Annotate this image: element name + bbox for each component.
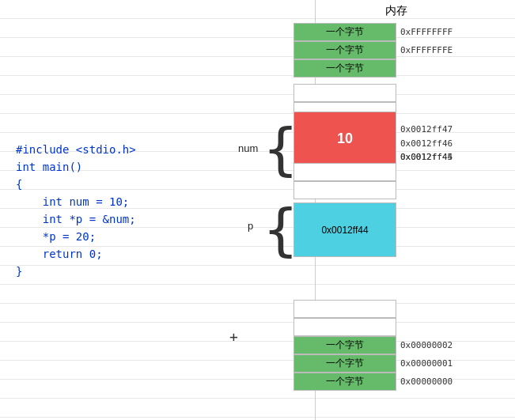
mem-row-empty-4	[293, 181, 499, 199]
mem-row-empty-5	[293, 300, 499, 318]
mem-row-bot-3: 一个字节 0x00000000	[293, 373, 499, 391]
code-line-1: #include <stdio.h>	[16, 141, 229, 158]
code-line-2: int main()	[16, 158, 229, 176]
num-label: num	[238, 142, 258, 154]
gap-3	[293, 257, 499, 263]
mem-addr-num-3: 0x0012ff44	[400, 152, 453, 162]
mem-cell-bot-3: 一个字节	[293, 373, 396, 391]
code-line-5: int *p = &num;	[16, 210, 229, 228]
code-line-3: {	[16, 176, 229, 193]
mem-cell-top-2: 一个字节	[293, 41, 396, 59]
code-line-7: return 0;	[16, 245, 229, 263]
p-label: p	[248, 220, 253, 232]
mem-addr-top-2: 0xFFFFFFFE	[400, 45, 453, 55]
crosshair-icon: +	[229, 328, 238, 345]
mem-addr-bot-3: 0x00000000	[400, 376, 453, 387]
memory-diagram: 内存 一个字节 0xFFFFFFFF 一个字节 0xFFFFFFFE 一个字节 …	[293, 4, 499, 391]
mem-row-p: 0x0012ff44 { p	[293, 202, 499, 257]
mem-row-empty-6	[293, 318, 499, 336]
mem-cell-empty-6	[293, 318, 396, 336]
mem-cell-num-value: 10	[293, 112, 396, 166]
mem-cell-empty-4	[293, 181, 396, 199]
mem-cell-top-1: 一个字节	[293, 23, 396, 41]
memory-panel: 内存 一个字节 0xFFFFFFFF 一个字节 0xFFFFFFFE 一个字节 …	[246, 0, 515, 420]
mem-row-top-1: 一个字节 0xFFFFFFFF	[293, 23, 499, 41]
mem-addr-bot-1: 0x00000002	[400, 340, 453, 350]
mem-cell-p-value: 0x0012ff44	[293, 202, 396, 257]
mem-cell-empty-3	[293, 163, 396, 181]
mem-row-top-3: 一个字节	[293, 59, 499, 78]
mem-addr-num-0: 0x0012ff47	[400, 124, 453, 134]
memory-title: 内存	[293, 4, 499, 20]
mem-addr-num-1: 0x0012ff46	[400, 138, 453, 149]
mem-cell-bot-2: 一个字节	[293, 354, 396, 373]
mem-addr-bot-2: 0x00000001	[400, 358, 453, 369]
mem-cell-bot-1: 一个字节	[293, 336, 396, 354]
mem-row-empty-3	[293, 163, 499, 181]
gap-1	[293, 78, 499, 84]
code-line-8: }	[16, 263, 229, 280]
num-brace-icon: {	[263, 120, 297, 177]
mem-row-bot-1: 一个字节 0x00000002	[293, 336, 499, 354]
mem-addr-top-1: 0xFFFFFFFF	[400, 27, 453, 37]
mem-row-bot-2: 一个字节 0x00000001	[293, 354, 499, 373]
mem-cell-empty-1	[293, 84, 396, 102]
code-panel: #include <stdio.h> int main() { int num …	[0, 0, 245, 420]
mem-row-empty-1	[293, 84, 499, 102]
code-line-6: *p = 20;	[16, 228, 229, 245]
p-brace-icon: {	[263, 201, 297, 258]
code-line-4: int num = 10;	[16, 193, 229, 210]
mem-cell-top-3: 一个字节	[293, 59, 396, 78]
mem-row-top-2: 一个字节 0xFFFFFFFE	[293, 41, 499, 59]
mem-cell-empty-5	[293, 300, 396, 318]
